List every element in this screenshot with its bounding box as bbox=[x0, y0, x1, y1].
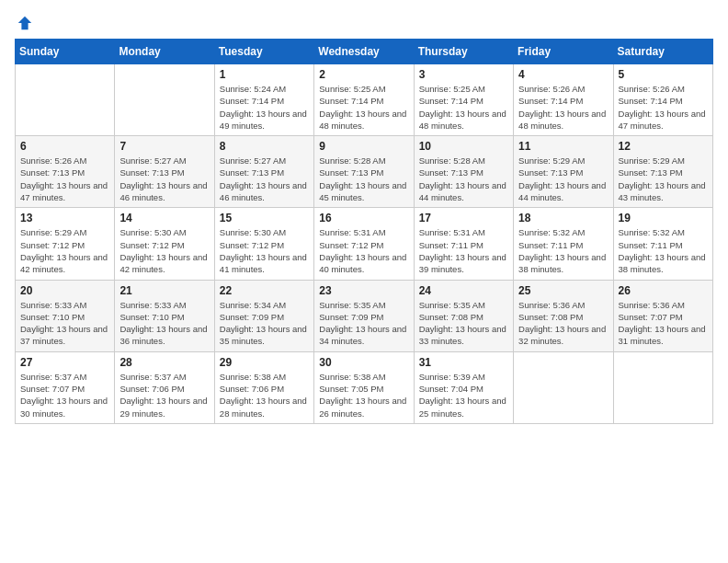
day-info: Sunrise: 5:31 AMSunset: 7:12 PMDaylight:… bbox=[319, 226, 408, 275]
day-number: 11 bbox=[518, 140, 608, 153]
weekday-header: Wednesday bbox=[314, 40, 414, 64]
calendar-table: SundayMondayTuesdayWednesdayThursdayFrid… bbox=[15, 39, 713, 424]
calendar-cell bbox=[514, 351, 613, 423]
day-info: Sunrise: 5:38 AMSunset: 7:05 PMDaylight:… bbox=[319, 371, 408, 419]
day-info: Sunrise: 5:25 AMSunset: 7:14 PMDaylight:… bbox=[319, 83, 408, 132]
day-number: 27 bbox=[20, 356, 109, 369]
calendar-cell: 21Sunrise: 5:33 AMSunset: 7:10 PMDayligh… bbox=[115, 280, 214, 351]
day-info: Sunrise: 5:33 AMSunset: 7:10 PMDaylight:… bbox=[20, 299, 109, 348]
calendar-cell: 12Sunrise: 5:29 AMSunset: 7:13 PMDayligh… bbox=[613, 136, 712, 208]
day-info: Sunrise: 5:35 AMSunset: 7:08 PMDaylight:… bbox=[419, 299, 508, 348]
calendar-cell: 9Sunrise: 5:28 AMSunset: 7:13 PMDaylight… bbox=[314, 136, 414, 208]
day-info: Sunrise: 5:27 AMSunset: 7:13 PMDaylight:… bbox=[220, 155, 309, 203]
calendar-cell: 23Sunrise: 5:35 AMSunset: 7:09 PMDayligh… bbox=[314, 280, 414, 351]
day-info: Sunrise: 5:33 AMSunset: 7:10 PMDaylight:… bbox=[119, 299, 209, 348]
calendar-cell bbox=[16, 64, 115, 136]
day-number: 9 bbox=[319, 140, 408, 153]
calendar-cell bbox=[613, 351, 712, 423]
day-info: Sunrise: 5:24 AMSunset: 7:14 PMDaylight:… bbox=[220, 83, 309, 132]
calendar-cell bbox=[115, 64, 214, 136]
day-number: 10 bbox=[419, 140, 508, 153]
calendar-cell: 5Sunrise: 5:26 AMSunset: 7:14 PMDaylight… bbox=[613, 64, 712, 136]
day-info: Sunrise: 5:29 AMSunset: 7:13 PMDaylight:… bbox=[518, 155, 608, 203]
calendar-cell: 6Sunrise: 5:26 AMSunset: 7:13 PMDaylight… bbox=[16, 136, 115, 208]
day-info: Sunrise: 5:38 AMSunset: 7:06 PMDaylight:… bbox=[220, 371, 309, 419]
day-info: Sunrise: 5:37 AMSunset: 7:06 PMDaylight:… bbox=[119, 371, 209, 419]
calendar-cell: 13Sunrise: 5:29 AMSunset: 7:12 PMDayligh… bbox=[16, 208, 115, 280]
day-number: 25 bbox=[518, 284, 608, 297]
calendar-cell: 27Sunrise: 5:37 AMSunset: 7:07 PMDayligh… bbox=[16, 351, 115, 423]
day-info: Sunrise: 5:31 AMSunset: 7:11 PMDaylight:… bbox=[419, 226, 508, 275]
day-info: Sunrise: 5:37 AMSunset: 7:07 PMDaylight:… bbox=[20, 371, 109, 419]
day-number: 1 bbox=[220, 68, 309, 81]
calendar-cell: 3Sunrise: 5:25 AMSunset: 7:14 PMDaylight… bbox=[414, 64, 513, 136]
calendar-cell: 10Sunrise: 5:28 AMSunset: 7:13 PMDayligh… bbox=[414, 136, 513, 208]
day-number: 28 bbox=[119, 356, 209, 369]
calendar-week-row: 27Sunrise: 5:37 AMSunset: 7:07 PMDayligh… bbox=[16, 351, 713, 423]
calendar-cell: 14Sunrise: 5:30 AMSunset: 7:12 PMDayligh… bbox=[115, 208, 214, 280]
calendar-cell: 7Sunrise: 5:27 AMSunset: 7:13 PMDaylight… bbox=[115, 136, 214, 208]
day-number: 16 bbox=[319, 212, 408, 224]
calendar-week-row: 1Sunrise: 5:24 AMSunset: 7:14 PMDaylight… bbox=[16, 64, 713, 136]
weekday-header: Thursday bbox=[414, 40, 513, 64]
day-number: 13 bbox=[20, 212, 109, 224]
calendar-cell: 16Sunrise: 5:31 AMSunset: 7:12 PMDayligh… bbox=[314, 208, 414, 280]
weekday-header: Tuesday bbox=[214, 40, 313, 64]
calendar-cell: 31Sunrise: 5:39 AMSunset: 7:04 PMDayligh… bbox=[414, 351, 513, 423]
day-info: Sunrise: 5:39 AMSunset: 7:04 PMDaylight:… bbox=[419, 371, 508, 419]
day-number: 7 bbox=[119, 140, 209, 153]
calendar-cell: 1Sunrise: 5:24 AMSunset: 7:14 PMDaylight… bbox=[214, 64, 313, 136]
calendar-cell: 30Sunrise: 5:38 AMSunset: 7:05 PMDayligh… bbox=[314, 351, 414, 423]
calendar-cell: 22Sunrise: 5:34 AMSunset: 7:09 PMDayligh… bbox=[214, 280, 313, 351]
day-number: 8 bbox=[220, 140, 309, 153]
calendar-cell: 4Sunrise: 5:26 AMSunset: 7:14 PMDaylight… bbox=[514, 64, 613, 136]
weekday-header: Sunday bbox=[16, 40, 115, 64]
weekday-header: Monday bbox=[115, 40, 214, 64]
day-number: 17 bbox=[419, 212, 508, 224]
calendar-cell: 18Sunrise: 5:32 AMSunset: 7:11 PMDayligh… bbox=[514, 208, 613, 280]
day-number: 22 bbox=[220, 284, 309, 297]
day-number: 3 bbox=[419, 68, 508, 81]
day-number: 18 bbox=[518, 212, 608, 224]
day-info: Sunrise: 5:32 AMSunset: 7:11 PMDaylight:… bbox=[518, 226, 608, 275]
day-number: 4 bbox=[518, 68, 608, 81]
day-number: 2 bbox=[319, 68, 408, 81]
calendar-cell: 19Sunrise: 5:32 AMSunset: 7:11 PMDayligh… bbox=[613, 208, 712, 280]
calendar-cell: 11Sunrise: 5:29 AMSunset: 7:13 PMDayligh… bbox=[514, 136, 613, 208]
weekday-header-row: SundayMondayTuesdayWednesdayThursdayFrid… bbox=[16, 40, 713, 64]
day-number: 14 bbox=[119, 212, 209, 224]
day-number: 26 bbox=[619, 284, 708, 297]
day-number: 30 bbox=[319, 356, 408, 369]
day-number: 20 bbox=[20, 284, 109, 297]
day-info: Sunrise: 5:26 AMSunset: 7:13 PMDaylight:… bbox=[20, 155, 109, 203]
day-number: 6 bbox=[20, 140, 109, 153]
calendar-cell: 2Sunrise: 5:25 AMSunset: 7:14 PMDaylight… bbox=[314, 64, 414, 136]
calendar-cell: 26Sunrise: 5:36 AMSunset: 7:07 PMDayligh… bbox=[613, 280, 712, 351]
day-info: Sunrise: 5:36 AMSunset: 7:07 PMDaylight:… bbox=[619, 299, 708, 348]
calendar-week-row: 13Sunrise: 5:29 AMSunset: 7:12 PMDayligh… bbox=[16, 208, 713, 280]
calendar-cell: 20Sunrise: 5:33 AMSunset: 7:10 PMDayligh… bbox=[16, 280, 115, 351]
day-info: Sunrise: 5:32 AMSunset: 7:11 PMDaylight:… bbox=[619, 226, 708, 275]
day-info: Sunrise: 5:26 AMSunset: 7:14 PMDaylight:… bbox=[518, 83, 608, 132]
calendar-cell: 28Sunrise: 5:37 AMSunset: 7:06 PMDayligh… bbox=[115, 351, 214, 423]
day-number: 12 bbox=[619, 140, 708, 153]
calendar-cell: 17Sunrise: 5:31 AMSunset: 7:11 PMDayligh… bbox=[414, 208, 513, 280]
header bbox=[15, 15, 713, 31]
day-info: Sunrise: 5:36 AMSunset: 7:08 PMDaylight:… bbox=[518, 299, 608, 348]
day-number: 29 bbox=[220, 356, 309, 369]
day-info: Sunrise: 5:29 AMSunset: 7:12 PMDaylight:… bbox=[20, 226, 109, 275]
day-number: 5 bbox=[619, 68, 708, 81]
svg-marker-0 bbox=[18, 17, 31, 29]
calendar-cell: 8Sunrise: 5:27 AMSunset: 7:13 PMDaylight… bbox=[214, 136, 313, 208]
calendar-week-row: 20Sunrise: 5:33 AMSunset: 7:10 PMDayligh… bbox=[16, 280, 713, 351]
day-info: Sunrise: 5:27 AMSunset: 7:13 PMDaylight:… bbox=[119, 155, 209, 203]
calendar-cell: 25Sunrise: 5:36 AMSunset: 7:08 PMDayligh… bbox=[514, 280, 613, 351]
day-info: Sunrise: 5:30 AMSunset: 7:12 PMDaylight:… bbox=[220, 226, 309, 275]
day-info: Sunrise: 5:28 AMSunset: 7:13 PMDaylight:… bbox=[419, 155, 508, 203]
day-info: Sunrise: 5:25 AMSunset: 7:14 PMDaylight:… bbox=[419, 83, 508, 132]
logo-icon bbox=[17, 15, 33, 31]
calendar-cell: 24Sunrise: 5:35 AMSunset: 7:08 PMDayligh… bbox=[414, 280, 513, 351]
day-info: Sunrise: 5:29 AMSunset: 7:13 PMDaylight:… bbox=[619, 155, 708, 203]
day-number: 23 bbox=[319, 284, 408, 297]
logo bbox=[15, 15, 35, 31]
